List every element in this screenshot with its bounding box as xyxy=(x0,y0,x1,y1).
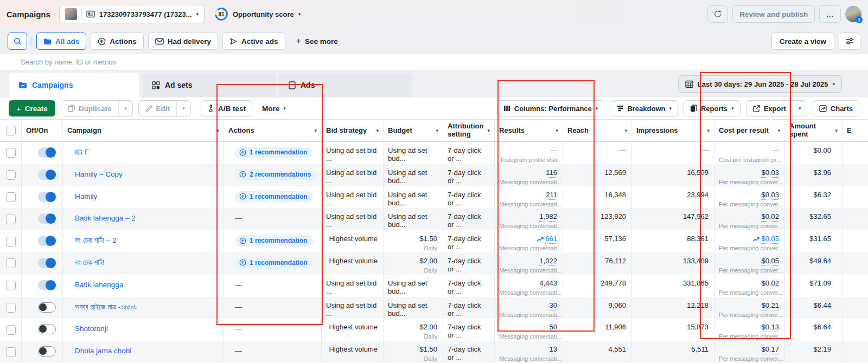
create-a-view-button[interactable]: Create a view xyxy=(771,33,834,50)
sort-caret-icon[interactable]: ▾ xyxy=(835,128,838,133)
reports-button[interactable]: Reports▾ xyxy=(684,100,741,116)
col-header-attribution-setting[interactable]: Attribution setting▾ xyxy=(443,120,495,141)
campaign-toggle[interactable] xyxy=(38,213,56,224)
breakdown-button[interactable]: Breakdown▾ xyxy=(610,100,678,116)
results-value[interactable]: 4,443 xyxy=(539,279,557,288)
row-checkbox[interactable] xyxy=(6,281,16,290)
cost-per-result-value[interactable]: $0.17 xyxy=(761,345,779,354)
edit-dropdown-arrow[interactable]: ▾ xyxy=(176,101,190,116)
row-checkbox[interactable] xyxy=(6,215,16,224)
campaign-name-link[interactable]: অফার প্রাইজে মাত্র -১৫৫০৳ xyxy=(75,303,137,311)
sort-caret-icon[interactable]: ▾ xyxy=(376,128,379,133)
duplicate-dropdown-arrow[interactable]: ▾ xyxy=(118,101,132,116)
col-header-e[interactable]: E xyxy=(843,120,868,141)
campaign-name-link[interactable]: Dhola jama chobi xyxy=(75,347,131,355)
ab-test-button[interactable]: A/B test xyxy=(201,100,252,116)
export-dropdown-arrow[interactable]: ▾ xyxy=(793,101,807,116)
campaign-toggle[interactable] xyxy=(38,192,56,202)
recommendations-badge[interactable]: 1 recommendation xyxy=(235,235,313,247)
more-menu-button[interactable]: More▾ xyxy=(258,100,290,116)
search-bar[interactable]: Search by name, ID or metrics xyxy=(0,54,868,70)
cost-per-result-value[interactable]: $0.21 xyxy=(761,301,779,310)
campaign-toggle[interactable] xyxy=(38,236,56,246)
row-checkbox[interactable] xyxy=(6,148,16,158)
campaign-toggle[interactable] xyxy=(38,147,56,158)
campaign-name-link[interactable]: Batik lahengga – 2 xyxy=(75,214,136,222)
campaign-name-link[interactable]: লং চেক শার্ট! – 2 xyxy=(75,236,117,244)
col-header-off-on[interactable]: Off/On xyxy=(22,120,63,141)
campaign-toggle[interactable] xyxy=(38,280,56,290)
duplicate-button[interactable]: Duplicate xyxy=(61,101,118,116)
col-header-cost-per-result[interactable]: Cost per result▾ xyxy=(714,120,785,141)
campaign-toggle[interactable] xyxy=(38,324,56,334)
tab-campaigns[interactable]: Campaigns xyxy=(9,73,139,98)
row-checkbox[interactable] xyxy=(6,192,16,202)
row-checkbox[interactable] xyxy=(6,303,16,313)
col-header-bid-strategy[interactable]: Bid strategy▾ xyxy=(322,120,384,141)
row-checkbox[interactable] xyxy=(6,347,16,357)
recommendations-badge[interactable]: 2 recommendations xyxy=(235,169,316,180)
tab-ads[interactable]: Ads xyxy=(279,73,412,98)
cost-per-result-value[interactable]: $0.02 xyxy=(761,212,779,222)
col-header-campaign[interactable]: Campaign▾ xyxy=(63,120,224,141)
results-value[interactable]: 116 xyxy=(546,168,557,178)
campaign-name-link[interactable]: IG F xyxy=(75,148,89,156)
sort-caret-icon[interactable]: ▾ xyxy=(777,128,780,133)
col-header-reach[interactable]: Reach▾ xyxy=(563,120,632,141)
cost-per-result-value[interactable]: $0.03 xyxy=(761,168,779,178)
campaign-name-link[interactable]: Hamily xyxy=(75,192,97,200)
filter-all-ads[interactable]: All ads xyxy=(36,33,86,50)
filter-settings-button[interactable] xyxy=(839,33,860,50)
campaign-toggle[interactable] xyxy=(38,302,56,313)
campaign-name-link[interactable]: Batik lahengga xyxy=(75,281,123,289)
col-header-budget[interactable]: Budget▾ xyxy=(384,120,443,141)
refresh-button[interactable] xyxy=(707,5,728,23)
sort-caret-icon[interactable]: ▾ xyxy=(436,128,438,133)
results-value[interactable]: 30 xyxy=(550,301,557,310)
results-value[interactable]: 1,022 xyxy=(539,257,557,266)
more-options-button[interactable]: ... xyxy=(819,5,841,23)
col-header-actions[interactable]: Actions▾ xyxy=(224,120,322,141)
results-value[interactable]: 50 xyxy=(550,323,557,332)
ad-account-selector[interactable]: 1732309733793477 (17323... ▾ xyxy=(59,5,205,23)
row-checkbox[interactable] xyxy=(6,258,16,268)
select-all-checkbox[interactable] xyxy=(6,126,16,135)
row-checkbox[interactable] xyxy=(6,170,16,180)
campaign-toggle[interactable] xyxy=(38,346,56,356)
row-checkbox[interactable] xyxy=(6,325,16,335)
recommendations-badge[interactable]: 1 recommendation xyxy=(235,147,313,158)
campaign-name-link[interactable]: Hamily – Copy xyxy=(75,170,123,178)
cost-per-result-value[interactable]: $0.13 xyxy=(761,323,779,332)
search-filter-button[interactable] xyxy=(8,33,27,50)
sort-caret-icon[interactable]: ▾ xyxy=(624,128,627,133)
campaign-toggle[interactable] xyxy=(38,170,56,180)
campaign-name-link[interactable]: লং চেক শার্ট! xyxy=(75,258,104,267)
sort-caret-icon[interactable]: ▾ xyxy=(487,128,490,133)
see-more-filters-button[interactable]: + See more xyxy=(290,33,344,50)
results-value[interactable]: 13 xyxy=(550,345,557,354)
sort-caret-icon[interactable]: ▾ xyxy=(314,128,317,133)
export-button[interactable]: Export xyxy=(746,101,793,116)
user-avatar[interactable]: f xyxy=(845,6,861,22)
sort-caret-icon[interactable]: ▾ xyxy=(707,128,710,133)
filter-had-delivery[interactable]: Had delivery xyxy=(148,33,218,50)
cost-per-result-value[interactable]: $0.05 xyxy=(761,257,779,266)
charts-button[interactable]: Charts xyxy=(813,100,859,116)
recommendations-badge[interactable]: 1 recommendation xyxy=(235,257,313,269)
row-checkbox[interactable] xyxy=(6,237,16,247)
cost-per-result-value[interactable]: $0.02 xyxy=(761,279,779,288)
edit-button[interactable]: Edit xyxy=(139,101,177,116)
cost-per-result-value[interactable]: $0.05 xyxy=(761,235,779,244)
filter-active-ads[interactable]: Active ads xyxy=(222,33,285,50)
results-value[interactable]: 1,982 xyxy=(539,212,557,222)
create-button[interactable]: + Create xyxy=(9,100,55,116)
opportunity-score[interactable]: 81 Opportunity score ▾ xyxy=(214,7,301,21)
tab-ad-sets[interactable]: Ad sets xyxy=(142,73,276,98)
sort-caret-icon[interactable]: ▾ xyxy=(216,128,219,133)
campaign-name-link[interactable]: Shotoronji xyxy=(75,325,108,333)
results-value[interactable]: 211 xyxy=(546,191,557,200)
sort-caret-icon[interactable]: ▾ xyxy=(556,128,558,133)
recommendations-badge[interactable]: 1 recommendation xyxy=(235,191,313,203)
date-range-selector[interactable]: Last 30 days: 29 Jun 2025 - 28 Jul 2025 … xyxy=(678,75,842,93)
col-header-results[interactable]: Results▾ xyxy=(495,120,563,141)
